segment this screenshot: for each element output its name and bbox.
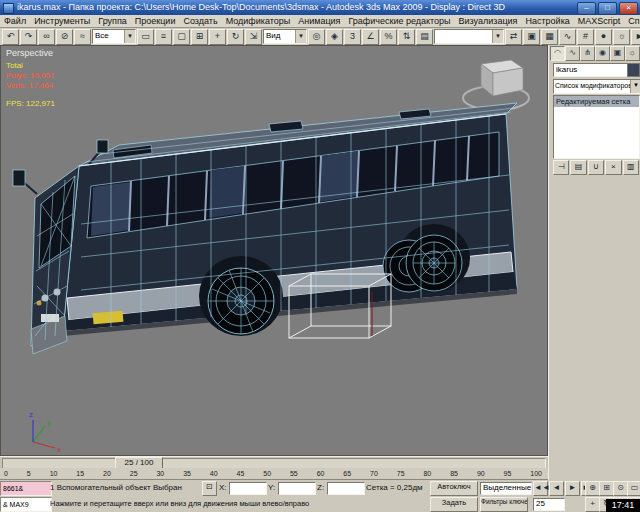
- toolbar-icon[interactable]: %: [380, 29, 397, 45]
- modifier-stack-item[interactable]: Редактируемая сетка: [554, 96, 639, 107]
- selection-lock-icon[interactable]: ⊡: [202, 481, 217, 496]
- menu-item[interactable]: Инструменты: [30, 15, 94, 27]
- viewport-nav-button[interactable]: ⊞: [599, 481, 614, 496]
- svg-text:z: z: [29, 410, 33, 419]
- command-panel-tab[interactable]: ◉: [595, 46, 610, 61]
- toolbar-icon[interactable]: ▦: [541, 29, 558, 45]
- coord-system-dropdown[interactable]: Вид ▼: [263, 29, 307, 44]
- object-name-field[interactable]: ikarus: [553, 63, 629, 77]
- toolbar-icon[interactable]: ▣: [523, 29, 540, 45]
- viewcube[interactable]: [463, 60, 529, 110]
- chevron-down-icon: ▼: [630, 80, 640, 93]
- menu-item[interactable]: Визуализация: [455, 15, 522, 27]
- toolbar-icon[interactable]: 3: [344, 29, 361, 45]
- command-panel-tab[interactable]: ☼: [625, 46, 640, 61]
- selection-status-text: 1 Вспомогательный объект Выбран: [50, 483, 200, 492]
- menu-item[interactable]: Группа: [94, 15, 131, 27]
- menu-item[interactable]: Модификаторы: [222, 15, 295, 27]
- selection-filter-dropdown[interactable]: Все ▼: [92, 29, 136, 44]
- menu-item[interactable]: Файл: [0, 15, 30, 27]
- command-panel-tab[interactable]: ∿: [565, 46, 580, 61]
- toolbar-icon[interactable]: ◈: [326, 29, 343, 45]
- toolbar-icon[interactable]: ⇄: [505, 29, 522, 45]
- named-selection-set-dropdown[interactable]: ▼: [434, 29, 504, 44]
- command-panel-tab[interactable]: ⋔: [580, 46, 595, 61]
- track-bar[interactable]: 0510152025303540455055606570758085909510…: [0, 468, 548, 480]
- viewport-nav-button[interactable]: +: [585, 497, 600, 512]
- toolbar-icon[interactable]: ≈: [74, 29, 91, 45]
- track-bar-tick: 45: [237, 468, 245, 479]
- toolbar-icon[interactable]: ⊞: [191, 29, 208, 45]
- command-panel-tab[interactable]: ▣: [610, 46, 625, 61]
- y-coordinate-field[interactable]: [278, 482, 316, 495]
- toolbar-icon[interactable]: ∿: [559, 29, 576, 45]
- title-bar[interactable]: ikarus.max - Папка проекта: C:\Users\Hom…: [0, 0, 640, 15]
- toolbar-icon[interactable]: #: [577, 29, 594, 45]
- track-bar-tick: 95: [504, 468, 512, 479]
- chevron-down-icon: ▼: [492, 30, 503, 43]
- x-coordinate-field[interactable]: [229, 482, 267, 495]
- toolbar-icon[interactable]: ⇲: [245, 29, 262, 45]
- key-selected-dropdown[interactable]: Выделенные: [480, 482, 532, 495]
- menu-item[interactable]: Создать: [179, 15, 221, 27]
- viewport-nav-button[interactable]: ⊙: [613, 481, 628, 496]
- menu-item[interactable]: Справка: [624, 15, 640, 27]
- perspective-viewport[interactable]: x y z Perspective Total Polys: 15,051 Ve…: [0, 45, 548, 456]
- track-bar-tick: 75: [397, 468, 405, 479]
- z-coordinate-field[interactable]: [327, 482, 365, 495]
- playback-button[interactable]: ◄: [549, 481, 564, 496]
- toolbar-icon[interactable]: ▭: [137, 29, 154, 45]
- menu-item[interactable]: Настройка: [521, 15, 573, 27]
- viewport-nav-button[interactable]: ▭: [627, 481, 640, 496]
- stack-tool-button[interactable]: ▥: [623, 160, 639, 175]
- toolbar-icon[interactable]: ≡: [155, 29, 172, 45]
- minimize-button[interactable]: –: [577, 2, 596, 15]
- maximize-button[interactable]: □: [598, 2, 617, 15]
- toolbar-icon[interactable]: ∞: [38, 29, 55, 45]
- toolbar-icon[interactable]: ▢: [173, 29, 190, 45]
- menu-item[interactable]: Графические редакторы: [344, 15, 454, 27]
- toolbar-icon[interactable]: +: [209, 29, 226, 45]
- toolbar-icon[interactable]: ▤: [416, 29, 433, 45]
- playback-button[interactable]: ◄◄: [533, 481, 548, 496]
- svg-text:x: x: [57, 445, 61, 454]
- object-color-swatch[interactable]: [627, 63, 640, 77]
- toolbar-icon[interactable]: ↶: [2, 29, 19, 45]
- bus-model[interactable]: [13, 103, 517, 354]
- toolbar-icon[interactable]: ∠: [362, 29, 379, 45]
- playback-button[interactable]: ►: [565, 481, 580, 496]
- modifier-stack[interactable]: Редактируемая сетка: [553, 95, 640, 159]
- close-button[interactable]: ×: [619, 2, 638, 15]
- viewport-nav-button[interactable]: ⊕: [585, 481, 600, 496]
- viewport-canvas[interactable]: x y z: [1, 46, 547, 455]
- viewport-label[interactable]: Perspective: [6, 48, 53, 58]
- toolbar-icon[interactable]: ►: [631, 29, 640, 45]
- set-key-button[interactable]: Задать: [430, 497, 478, 512]
- current-frame-field[interactable]: 25: [533, 498, 565, 511]
- track-bar-tick: 50: [263, 468, 271, 479]
- toolbar-icon[interactable]: ⇅: [398, 29, 415, 45]
- stack-tool-button[interactable]: ×: [605, 160, 621, 175]
- key-filters-button[interactable]: Фильтры ключей...: [480, 497, 528, 512]
- toolbar-icon[interactable]: ☼: [613, 29, 630, 45]
- viewport-nav-row1: ⊕⊞⊙▭: [585, 481, 640, 496]
- command-panel-tab[interactable]: ◠: [550, 46, 565, 61]
- toolbar-icon[interactable]: ⊘: [56, 29, 73, 45]
- menu-item[interactable]: Анимация: [294, 15, 344, 27]
- toolbar-icon[interactable]: ●: [595, 29, 612, 45]
- menu-item[interactable]: MAXScript: [574, 15, 625, 27]
- maxscript-macro-recorder[interactable]: 8661&: [0, 481, 52, 496]
- toolbar-icon[interactable]: ↻: [227, 29, 244, 45]
- modifier-list-dropdown[interactable]: Список модификаторов ▼: [553, 79, 640, 94]
- stack-tool-button[interactable]: ▤: [570, 160, 586, 175]
- maxscript-mini-listener[interactable]: & MAX9: [0, 497, 52, 512]
- menu-item[interactable]: Проекции: [131, 15, 180, 27]
- toolbar-icon[interactable]: ◎: [308, 29, 325, 45]
- toolbar-icon[interactable]: ↷: [20, 29, 37, 45]
- auto-key-button[interactable]: Автоключ: [430, 481, 478, 496]
- track-bar-tick: 25: [130, 468, 138, 479]
- selection-filter-value: Все: [95, 31, 109, 40]
- stack-tool-button[interactable]: ⊣: [553, 160, 569, 175]
- svg-text:y: y: [47, 418, 51, 427]
- stack-tool-button[interactable]: ∪: [588, 160, 604, 175]
